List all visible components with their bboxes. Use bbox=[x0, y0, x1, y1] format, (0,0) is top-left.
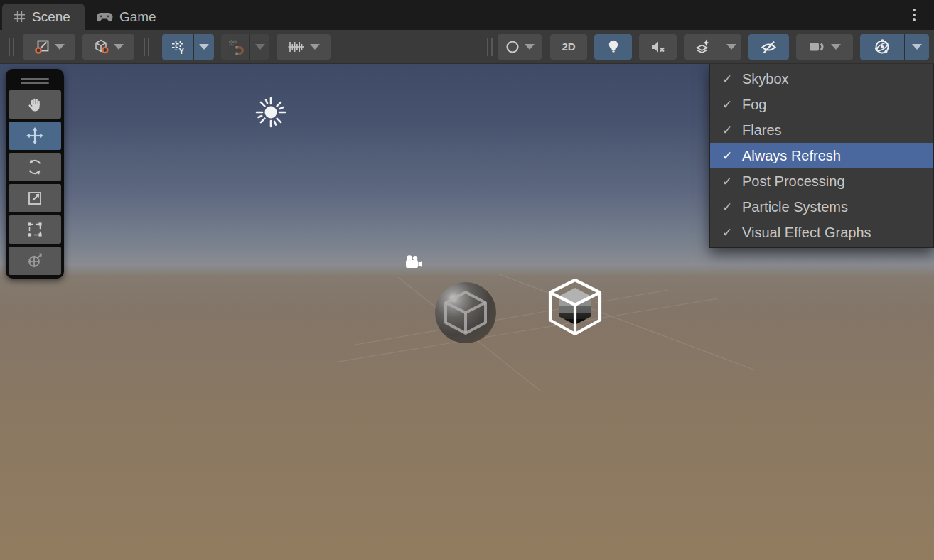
scene-viewport[interactable]: ✓ Skybox ✓ Fog ✓ Flares ✓ Always Refresh… bbox=[0, 64, 934, 560]
selected-cube-icon bbox=[546, 276, 604, 338]
menu-item-label: Flares bbox=[742, 122, 782, 139]
check-icon: ✓ bbox=[719, 123, 735, 138]
shading-mode-button[interactable] bbox=[498, 34, 542, 60]
light-bulb-icon bbox=[607, 39, 620, 54]
tab-bar: Scene Game bbox=[0, 0, 934, 30]
tool-palette bbox=[6, 69, 64, 279]
speaker-muted-icon bbox=[650, 41, 666, 53]
menu-item-label: Fog bbox=[742, 97, 766, 113]
toolbar-drag-handle[interactable] bbox=[487, 38, 493, 56]
striped-cube-object[interactable] bbox=[546, 276, 604, 338]
grid-icon bbox=[14, 11, 26, 23]
menu-item-label: Skybox bbox=[742, 71, 789, 87]
dropdown-arrow-icon bbox=[525, 44, 535, 50]
grid-snapping-button[interactable] bbox=[221, 34, 269, 60]
check-icon: ✓ bbox=[719, 97, 735, 112]
kebab-menu-icon[interactable] bbox=[908, 5, 920, 25]
menu-item-fog[interactable]: ✓ Fog bbox=[710, 92, 933, 117]
dropdown-arrow-icon bbox=[55, 44, 65, 50]
effects-dropdown-menu: ✓ Skybox ✓ Fog ✓ Flares ✓ Always Refresh… bbox=[709, 64, 934, 248]
grid-visibility-button[interactable]: Y bbox=[162, 34, 214, 60]
tab-game-label: Game bbox=[119, 9, 156, 25]
move-arrows-icon bbox=[26, 126, 44, 145]
scale-tool-button[interactable] bbox=[9, 184, 61, 212]
hand-icon bbox=[26, 96, 44, 114]
gizmos-sphere-icon bbox=[874, 38, 891, 55]
tab-scene[interactable]: Scene bbox=[2, 4, 85, 30]
menu-item-post-processing[interactable]: ✓ Post Processing bbox=[710, 168, 933, 194]
check-icon: ✓ bbox=[719, 149, 735, 163]
tab-game[interactable]: Game bbox=[85, 4, 171, 30]
toolbar-drag-handle[interactable] bbox=[144, 38, 149, 56]
transform-combined-icon bbox=[26, 252, 44, 270]
wireframe-cube-gizmo-icon bbox=[442, 289, 489, 336]
dropdown-arrow-icon bbox=[726, 44, 736, 50]
menu-item-flares[interactable]: ✓ Flares bbox=[710, 117, 933, 143]
sun-icon bbox=[254, 95, 288, 129]
menu-item-visual-effect-graphs[interactable]: ✓ Visual Effect Graphs bbox=[710, 220, 933, 245]
menu-item-label: Visual Effect Graphs bbox=[742, 225, 871, 241]
dropdown-arrow-icon bbox=[255, 44, 265, 50]
toolbar-drag-handle[interactable] bbox=[9, 38, 14, 56]
dropdown-arrow-icon bbox=[114, 44, 124, 50]
dropdown-arrow-icon bbox=[310, 44, 320, 50]
movie-camera-icon bbox=[404, 254, 426, 271]
menu-item-always-refresh[interactable]: ✓ Always Refresh bbox=[710, 143, 933, 168]
palette-drag-handle[interactable] bbox=[21, 78, 49, 84]
effects-layers-star-icon bbox=[694, 38, 711, 55]
unity-editor-window: Scene Game bbox=[0, 0, 934, 560]
dropdown-arrow-icon bbox=[912, 44, 922, 50]
gamepad-icon bbox=[96, 12, 113, 22]
camera-gizmo[interactable] bbox=[404, 254, 426, 271]
rotate-tool-button[interactable] bbox=[9, 153, 61, 181]
check-icon: ✓ bbox=[719, 225, 735, 240]
effects-button[interactable] bbox=[684, 34, 741, 60]
dropdown-arrow-icon bbox=[199, 44, 209, 50]
sphere-object[interactable] bbox=[435, 282, 496, 343]
check-icon: ✓ bbox=[719, 200, 735, 215]
dropdown-arrow-icon bbox=[831, 44, 841, 50]
directional-light-gizmo[interactable] bbox=[254, 95, 288, 129]
scene-audio-mute-button[interactable] bbox=[639, 34, 677, 60]
scene-toolbar: Y bbox=[0, 30, 934, 64]
rect-tool-button[interactable] bbox=[9, 215, 61, 244]
gizmos-button[interactable] bbox=[860, 34, 929, 60]
scale-arrow-icon bbox=[26, 190, 43, 207]
scene-lighting-button[interactable] bbox=[594, 34, 632, 60]
snap-increment-button[interactable] bbox=[277, 34, 331, 60]
grid-y-icon: Y bbox=[171, 39, 186, 55]
transform-tool-button[interactable] bbox=[9, 247, 61, 275]
menu-item-label: Always Refresh bbox=[742, 148, 841, 164]
rotate-arrows-icon bbox=[26, 158, 44, 176]
menu-item-particle-systems[interactable]: ✓ Particle Systems bbox=[710, 194, 933, 220]
mode-2d-label: 2D bbox=[562, 41, 575, 53]
hidden-objects-button[interactable] bbox=[748, 34, 789, 60]
check-icon: ✓ bbox=[719, 72, 735, 87]
menu-item-label: Particle Systems bbox=[742, 199, 848, 215]
orientation-cube-icon bbox=[93, 38, 109, 55]
move-tool-button[interactable] bbox=[9, 122, 61, 150]
grid-snap-magnet-icon bbox=[227, 38, 244, 55]
shaded-sphere-icon bbox=[505, 40, 520, 54]
menu-item-skybox[interactable]: ✓ Skybox bbox=[710, 66, 933, 92]
tool-handle-position-button[interactable] bbox=[23, 34, 75, 60]
eye-slash-icon bbox=[760, 38, 778, 55]
pivot-icon bbox=[34, 38, 50, 55]
grid-axis-label: Y bbox=[178, 46, 184, 55]
scene-camera-button[interactable] bbox=[796, 34, 853, 60]
tool-handle-rotation-button[interactable] bbox=[82, 34, 134, 60]
menu-item-label: Post Processing bbox=[742, 173, 845, 190]
tab-scene-label: Scene bbox=[32, 9, 70, 25]
view-tool-button[interactable] bbox=[9, 90, 61, 119]
snap-increment-ruler-icon bbox=[287, 40, 305, 54]
check-icon: ✓ bbox=[719, 174, 735, 189]
video-camera-icon bbox=[808, 41, 825, 53]
mode-2d-button[interactable]: 2D bbox=[550, 34, 587, 60]
rect-handles-icon bbox=[26, 220, 44, 239]
